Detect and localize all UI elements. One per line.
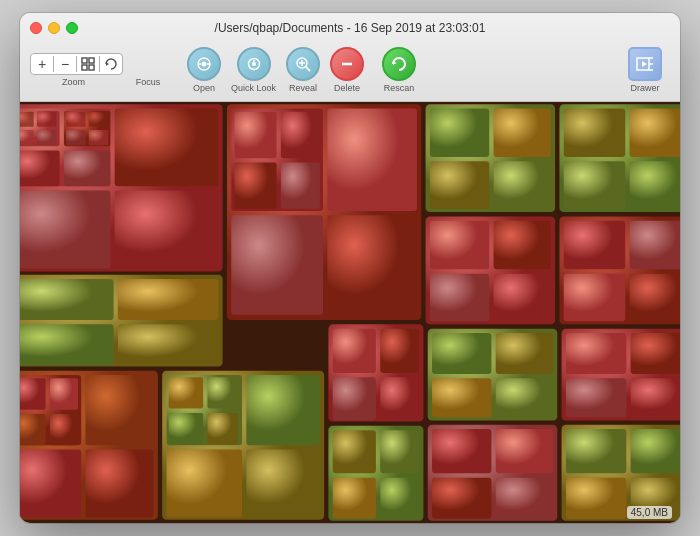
- svg-rect-104: [380, 478, 419, 519]
- svg-rect-54: [630, 108, 680, 157]
- zoom-reset-icon: [81, 57, 95, 71]
- svg-rect-112: [631, 429, 680, 473]
- svg-rect-117: [20, 130, 34, 145]
- delete-label: Delete: [334, 83, 360, 93]
- svg-rect-56: [630, 161, 680, 208]
- zoom-reset-button[interactable]: [77, 54, 99, 74]
- svg-rect-41: [231, 215, 323, 314]
- open-icon-svg: [195, 55, 213, 73]
- svg-rect-109: [496, 478, 553, 519]
- open-icon: [187, 47, 221, 81]
- svg-rect-89: [380, 377, 419, 420]
- svg-rect-42: [327, 215, 417, 314]
- quicklook-icon-svg: [245, 55, 263, 73]
- svg-rect-115: [20, 112, 34, 127]
- zoom-refresh-icon: [104, 57, 118, 71]
- svg-rect-65: [564, 274, 626, 321]
- svg-rect-107: [496, 429, 553, 473]
- svg-rect-50: [430, 161, 489, 208]
- svg-rect-97: [631, 333, 680, 374]
- svg-rect-82: [208, 377, 238, 408]
- svg-point-11: [253, 60, 255, 62]
- open-label: Open: [193, 83, 215, 93]
- open-button[interactable]: Open: [183, 45, 225, 95]
- svg-rect-60: [430, 274, 489, 321]
- svg-rect-91: [432, 333, 491, 374]
- titlebar-top: /Users/qbap/Documents - 16 Sep 2019 at 2…: [30, 21, 670, 35]
- svg-rect-99: [631, 378, 680, 417]
- svg-rect-64: [630, 221, 680, 270]
- rescan-icon: [382, 47, 416, 81]
- svg-rect-61: [494, 274, 551, 321]
- rescan-button[interactable]: Rescan: [378, 45, 420, 95]
- svg-rect-94: [496, 378, 553, 417]
- svg-rect-48: [430, 108, 489, 157]
- svg-rect-28: [115, 191, 219, 269]
- titlebar: /Users/qbap/Documents - 16 Sep 2019 at 2…: [20, 13, 680, 102]
- svg-rect-34: [20, 279, 114, 320]
- svg-rect-101: [333, 430, 376, 473]
- svg-rect-80: [246, 450, 319, 518]
- svg-rect-0: [82, 58, 87, 63]
- zoom-label: Zoom: [59, 77, 89, 87]
- svg-rect-27: [20, 191, 110, 269]
- zoom-out-button[interactable]: −: [54, 54, 76, 74]
- drawer-button[interactable]: Drawer: [620, 45, 670, 95]
- quicklook-button[interactable]: Quick Look: [227, 45, 280, 95]
- delete-icon: [330, 47, 364, 81]
- reveal-icon: [286, 47, 320, 81]
- drawer-icon: [628, 47, 662, 81]
- svg-rect-2: [82, 65, 87, 70]
- svg-rect-92: [496, 333, 553, 374]
- svg-rect-87: [380, 329, 419, 373]
- svg-rect-98: [566, 378, 626, 417]
- minimize-button[interactable]: [48, 22, 60, 34]
- close-button[interactable]: [30, 22, 42, 34]
- svg-rect-31: [20, 151, 60, 187]
- svg-rect-49: [494, 108, 551, 157]
- svg-rect-84: [208, 413, 238, 444]
- svg-rect-121: [66, 130, 85, 145]
- main-window: /Users/qbap/Documents - 16 Sep 2019 at 2…: [20, 13, 680, 523]
- svg-rect-35: [118, 279, 218, 320]
- window-title: /Users/qbap/Documents - 16 Sep 2019 at 2…: [215, 21, 486, 35]
- reveal-button[interactable]: Reveal: [282, 45, 324, 95]
- treemap-visualization[interactable]: [20, 102, 680, 523]
- svg-marker-4: [106, 62, 109, 66]
- svg-rect-83: [169, 413, 204, 444]
- svg-marker-17: [393, 61, 397, 65]
- svg-rect-53: [564, 108, 626, 157]
- delete-button[interactable]: Delete: [326, 45, 368, 95]
- svg-rect-103: [333, 478, 376, 519]
- svg-rect-93: [432, 378, 491, 417]
- svg-rect-44: [281, 112, 320, 158]
- maximize-button[interactable]: [66, 22, 78, 34]
- svg-rect-40: [327, 108, 417, 211]
- svg-line-13: [306, 67, 310, 71]
- content-area: 45,0 MB: [20, 102, 680, 523]
- svg-rect-55: [564, 161, 626, 208]
- svg-rect-70: [20, 450, 81, 518]
- svg-rect-118: [37, 130, 56, 145]
- svg-rect-120: [89, 112, 108, 127]
- traffic-lights: [30, 22, 78, 34]
- focus-label: Focus: [133, 77, 163, 87]
- quicklook-icon: [237, 47, 271, 81]
- svg-rect-58: [430, 221, 489, 270]
- svg-rect-43: [234, 112, 276, 158]
- svg-rect-51: [494, 161, 551, 208]
- svg-rect-36: [20, 324, 114, 365]
- zoom-in-button[interactable]: +: [31, 54, 53, 74]
- reveal-icon-svg: [294, 55, 312, 73]
- svg-rect-3: [89, 65, 94, 70]
- zoom-controls: + −: [30, 53, 123, 75]
- svg-rect-79: [166, 450, 242, 518]
- status-bar: 45,0 MB: [627, 506, 672, 519]
- svg-rect-113: [566, 478, 626, 519]
- svg-rect-69: [86, 375, 154, 445]
- reveal-label: Reveal: [289, 83, 317, 93]
- svg-rect-116: [37, 112, 56, 127]
- zoom-refresh-button[interactable]: [100, 54, 122, 74]
- svg-marker-22: [642, 61, 647, 67]
- file-size: 45,0 MB: [631, 507, 668, 518]
